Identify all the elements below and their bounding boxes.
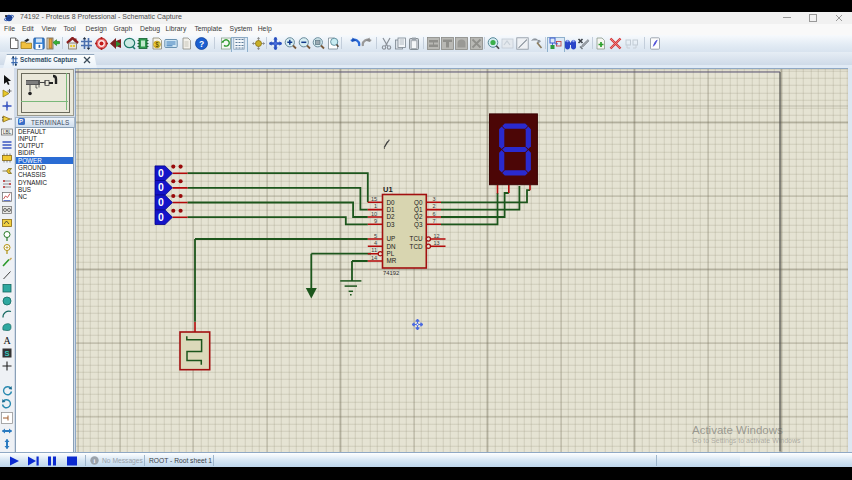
svg-text:i: i: [94, 457, 96, 464]
svg-text:S: S: [4, 349, 9, 358]
svg-text:$: $: [155, 41, 159, 49]
svg-text:LBL: LBL: [3, 130, 12, 135]
svg-text:?: ?: [199, 39, 204, 49]
svg-text:A: A: [3, 335, 11, 346]
